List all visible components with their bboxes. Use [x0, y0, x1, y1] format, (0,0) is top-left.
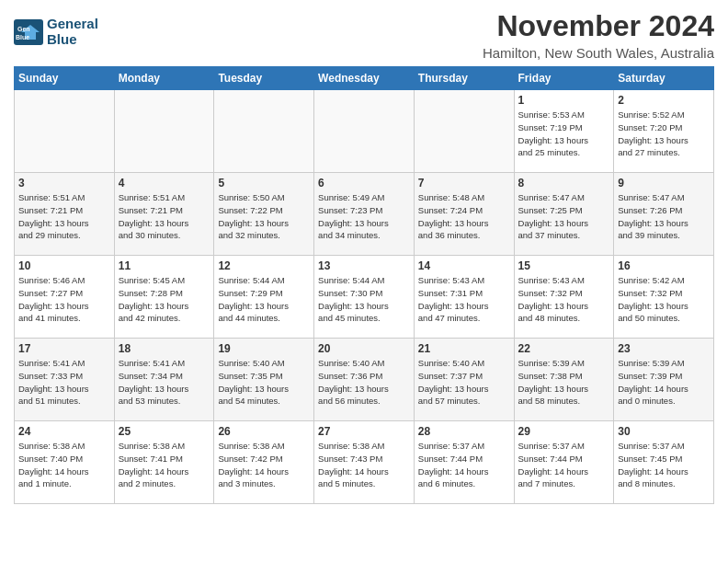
- calendar-cell: 20Sunrise: 5:40 AM Sunset: 7:36 PM Dayli…: [314, 339, 415, 421]
- day-number: 2: [618, 94, 710, 107]
- day-info: Sunrise: 5:44 AM Sunset: 7:30 PM Dayligh…: [318, 274, 410, 325]
- day-info: Sunrise: 5:43 AM Sunset: 7:31 PM Dayligh…: [418, 274, 510, 325]
- calendar-cell: 23Sunrise: 5:39 AM Sunset: 7:39 PM Dayli…: [614, 339, 714, 421]
- day-info: Sunrise: 5:38 AM Sunset: 7:40 PM Dayligh…: [18, 440, 110, 490]
- day-info: Sunrise: 5:37 AM Sunset: 7:45 PM Dayligh…: [618, 440, 710, 490]
- day-info: Sunrise: 5:51 AM Sunset: 7:21 PM Dayligh…: [18, 191, 110, 242]
- month-title: November 2024: [483, 9, 714, 43]
- calendar-cell: 28Sunrise: 5:37 AM Sunset: 7:44 PM Dayli…: [414, 421, 514, 504]
- calendar-cell: 14Sunrise: 5:43 AM Sunset: 7:31 PM Dayli…: [414, 256, 514, 339]
- title-block: November 2024 Hamilton, New South Wales,…: [483, 9, 714, 61]
- day-header-friday: Friday: [514, 67, 614, 90]
- calendar-week-2: 3Sunrise: 5:51 AM Sunset: 7:21 PM Daylig…: [15, 173, 714, 256]
- day-number: 16: [618, 259, 710, 272]
- day-number: 28: [418, 425, 510, 438]
- svg-text:Gen: Gen: [17, 26, 30, 32]
- day-info: Sunrise: 5:52 AM Sunset: 7:20 PM Dayligh…: [618, 109, 710, 159]
- day-number: 8: [518, 177, 610, 190]
- calendar-cell: 29Sunrise: 5:37 AM Sunset: 7:44 PM Dayli…: [514, 421, 614, 504]
- day-number: 11: [119, 259, 210, 272]
- day-info: Sunrise: 5:40 AM Sunset: 7:35 PM Dayligh…: [218, 357, 310, 408]
- day-number: 10: [18, 259, 110, 272]
- calendar-cell: 7Sunrise: 5:48 AM Sunset: 7:24 PM Daylig…: [414, 173, 514, 256]
- day-info: Sunrise: 5:38 AM Sunset: 7:43 PM Dayligh…: [318, 440, 410, 490]
- calendar-cell: 13Sunrise: 5:44 AM Sunset: 7:30 PM Dayli…: [314, 256, 415, 339]
- day-number: 12: [218, 259, 310, 272]
- day-info: Sunrise: 5:48 AM Sunset: 7:24 PM Dayligh…: [418, 191, 510, 242]
- day-header-tuesday: Tuesday: [214, 67, 314, 90]
- calendar-cell: 1Sunrise: 5:53 AM Sunset: 7:19 PM Daylig…: [514, 90, 614, 173]
- calendar-cell: 27Sunrise: 5:38 AM Sunset: 7:43 PM Dayli…: [314, 421, 415, 504]
- calendar-cell: 6Sunrise: 5:49 AM Sunset: 7:23 PM Daylig…: [314, 173, 415, 256]
- calendar-cell: 3Sunrise: 5:51 AM Sunset: 7:21 PM Daylig…: [15, 173, 115, 256]
- day-info: Sunrise: 5:49 AM Sunset: 7:23 PM Dayligh…: [318, 191, 410, 242]
- day-number: 24: [18, 425, 110, 438]
- day-number: 23: [618, 342, 710, 355]
- calendar-cell: 12Sunrise: 5:44 AM Sunset: 7:29 PM Dayli…: [214, 256, 314, 339]
- calendar-cell: 4Sunrise: 5:51 AM Sunset: 7:21 PM Daylig…: [114, 173, 214, 256]
- day-info: Sunrise: 5:46 AM Sunset: 7:27 PM Dayligh…: [18, 274, 110, 325]
- day-number: 21: [418, 342, 510, 355]
- day-info: Sunrise: 5:38 AM Sunset: 7:42 PM Dayligh…: [218, 440, 310, 490]
- day-info: Sunrise: 5:40 AM Sunset: 7:37 PM Dayligh…: [418, 357, 510, 408]
- day-info: Sunrise: 5:43 AM Sunset: 7:32 PM Dayligh…: [518, 274, 610, 325]
- day-number: 13: [318, 259, 410, 272]
- day-info: Sunrise: 5:53 AM Sunset: 7:19 PM Dayligh…: [518, 109, 610, 159]
- day-info: Sunrise: 5:50 AM Sunset: 7:22 PM Dayligh…: [218, 191, 310, 242]
- calendar-cell: 26Sunrise: 5:38 AM Sunset: 7:42 PM Dayli…: [214, 421, 314, 504]
- calendar-cell: 15Sunrise: 5:43 AM Sunset: 7:32 PM Dayli…: [514, 256, 614, 339]
- logo-text-line2: Blue: [47, 32, 98, 48]
- logo: Gen Blue General Blue: [14, 17, 98, 47]
- day-info: Sunrise: 5:41 AM Sunset: 7:34 PM Dayligh…: [119, 357, 210, 408]
- day-info: Sunrise: 5:41 AM Sunset: 7:33 PM Dayligh…: [18, 357, 110, 408]
- calendar-cell: [414, 90, 514, 173]
- day-header-sunday: Sunday: [15, 67, 115, 90]
- day-number: 26: [218, 425, 310, 438]
- location-title: Hamilton, New South Wales, Australia: [483, 45, 714, 61]
- calendar-cell: 16Sunrise: 5:42 AM Sunset: 7:32 PM Dayli…: [614, 256, 714, 339]
- calendar-cell: [114, 90, 214, 173]
- day-number: 15: [518, 259, 610, 272]
- calendar-cell: 24Sunrise: 5:38 AM Sunset: 7:40 PM Dayli…: [15, 421, 115, 504]
- logo-icon: Gen Blue: [14, 19, 43, 45]
- day-info: Sunrise: 5:45 AM Sunset: 7:28 PM Dayligh…: [119, 274, 210, 325]
- logo-text-line1: General: [47, 17, 98, 32]
- day-info: Sunrise: 5:51 AM Sunset: 7:21 PM Dayligh…: [119, 191, 210, 242]
- calendar-week-1: 1Sunrise: 5:53 AM Sunset: 7:19 PM Daylig…: [15, 90, 714, 173]
- calendar-cell: 10Sunrise: 5:46 AM Sunset: 7:27 PM Dayli…: [15, 256, 115, 339]
- day-number: 19: [218, 342, 310, 355]
- day-info: Sunrise: 5:42 AM Sunset: 7:32 PM Dayligh…: [618, 274, 710, 325]
- day-info: Sunrise: 5:39 AM Sunset: 7:39 PM Dayligh…: [618, 357, 710, 408]
- calendar-cell: 19Sunrise: 5:40 AM Sunset: 7:35 PM Dayli…: [214, 339, 314, 421]
- day-header-monday: Monday: [114, 67, 214, 90]
- calendar-cell: [214, 90, 314, 173]
- calendar-cell: 21Sunrise: 5:40 AM Sunset: 7:37 PM Dayli…: [414, 339, 514, 421]
- day-header-wednesday: Wednesday: [314, 67, 415, 90]
- calendar-cell: [314, 90, 415, 173]
- calendar-cell: 17Sunrise: 5:41 AM Sunset: 7:33 PM Dayli…: [15, 339, 115, 421]
- day-number: 5: [218, 177, 310, 190]
- day-number: 9: [618, 177, 710, 190]
- day-info: Sunrise: 5:37 AM Sunset: 7:44 PM Dayligh…: [518, 440, 610, 490]
- day-number: 25: [119, 425, 210, 438]
- day-info: Sunrise: 5:40 AM Sunset: 7:36 PM Dayligh…: [318, 357, 410, 408]
- calendar-header-row: SundayMondayTuesdayWednesdayThursdayFrid…: [15, 67, 714, 90]
- calendar-week-3: 10Sunrise: 5:46 AM Sunset: 7:27 PM Dayli…: [15, 256, 714, 339]
- day-number: 1: [518, 94, 610, 107]
- day-info: Sunrise: 5:47 AM Sunset: 7:26 PM Dayligh…: [618, 191, 710, 242]
- calendar-table: SundayMondayTuesdayWednesdayThursdayFrid…: [14, 66, 714, 504]
- calendar-cell: 30Sunrise: 5:37 AM Sunset: 7:45 PM Dayli…: [614, 421, 714, 504]
- calendar-cell: 22Sunrise: 5:39 AM Sunset: 7:38 PM Dayli…: [514, 339, 614, 421]
- day-number: 7: [418, 177, 510, 190]
- day-info: Sunrise: 5:38 AM Sunset: 7:41 PM Dayligh…: [119, 440, 210, 490]
- calendar-week-4: 17Sunrise: 5:41 AM Sunset: 7:33 PM Dayli…: [15, 339, 714, 421]
- calendar-cell: 8Sunrise: 5:47 AM Sunset: 7:25 PM Daylig…: [514, 173, 614, 256]
- calendar-cell: 9Sunrise: 5:47 AM Sunset: 7:26 PM Daylig…: [614, 173, 714, 256]
- day-info: Sunrise: 5:37 AM Sunset: 7:44 PM Dayligh…: [418, 440, 510, 490]
- day-number: 17: [18, 342, 110, 355]
- calendar-cell: 18Sunrise: 5:41 AM Sunset: 7:34 PM Dayli…: [114, 339, 214, 421]
- calendar-body: 1Sunrise: 5:53 AM Sunset: 7:19 PM Daylig…: [15, 90, 714, 504]
- day-number: 29: [518, 425, 610, 438]
- header: Gen Blue General Blue November 2024 Hami…: [14, 9, 714, 61]
- day-header-thursday: Thursday: [414, 67, 514, 90]
